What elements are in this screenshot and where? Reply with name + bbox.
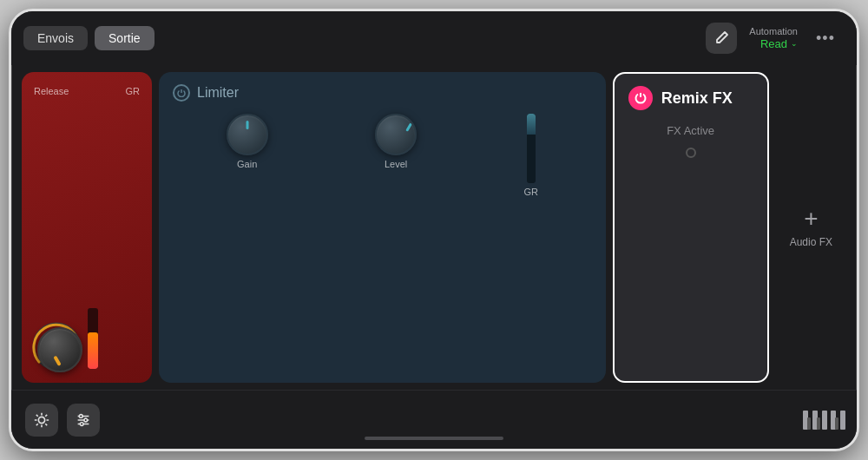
gr-label-limiter: GR: [523, 187, 538, 197]
plugin-limiter: Limiter Gain Level GR: [159, 72, 606, 383]
scroll-indicator: [365, 437, 503, 440]
power-icon: [177, 89, 186, 97]
sliders-icon: [75, 411, 92, 429]
gr-label-red: GR: [126, 86, 141, 96]
remix-header: Remix FX: [628, 86, 753, 110]
svg-line-6: [36, 414, 38, 416]
mixer-settings-button[interactable]: [67, 404, 100, 437]
display-settings-button[interactable]: [25, 404, 58, 437]
piano-icon: [803, 411, 845, 430]
bottom-left-buttons: [25, 404, 100, 437]
plugins-row: Release GR: [11, 65, 857, 390]
gr-meter-limiter-fill: [527, 114, 536, 135]
svg-line-8: [45, 414, 47, 416]
plugin-remix: Remix FX FX Active: [613, 72, 769, 383]
power-icon-remix: [635, 92, 647, 104]
gr-meter-container: GR: [523, 114, 538, 197]
fx-active-dot: [686, 148, 696, 158]
limiter-power-button[interactable]: [173, 84, 190, 102]
device-frame: Envois Sortie Automation Read ⌄ •••: [9, 9, 859, 451]
svg-line-7: [45, 424, 47, 425]
pencil-icon: [713, 30, 729, 46]
automation-read-text: Read: [760, 37, 787, 51]
add-audio-fx-button[interactable]: + Audio FX: [776, 72, 846, 383]
svg-line-9: [36, 424, 38, 425]
fx-active-label: FX Active: [667, 124, 714, 137]
red-labels: Release GR: [34, 86, 140, 96]
tab-sortie[interactable]: Sortie: [95, 26, 155, 50]
tab-envois[interactable]: Envois: [23, 26, 88, 50]
svg-point-1: [38, 417, 44, 423]
svg-point-15: [80, 422, 83, 425]
svg-point-14: [84, 418, 88, 422]
piano-button[interactable]: [805, 404, 843, 436]
limiter-header: Limiter: [173, 84, 592, 102]
release-knob-wrap: [34, 324, 79, 369]
automation-value-btn[interactable]: Read ⌄: [760, 37, 798, 51]
plugin-red: Release GR: [22, 72, 152, 383]
main-content: Release GR: [11, 65, 857, 390]
gr-meter-red: [88, 308, 98, 369]
pencil-button[interactable]: [706, 23, 737, 54]
top-bar: Envois Sortie Automation Read ⌄ •••: [11, 11, 857, 65]
display-icon: [33, 411, 50, 429]
limiter-name: Limiter: [197, 85, 239, 101]
automation-block: Automation Read ⌄: [749, 26, 798, 51]
red-controls: [34, 308, 140, 369]
remix-name: Remix FX: [661, 89, 733, 108]
gr-meter-fill-red: [88, 332, 98, 369]
add-fx-label: Audio FX: [790, 236, 832, 248]
release-knob-container: [34, 324, 79, 369]
release-knob[interactable]: [37, 327, 82, 372]
gain-knob-container: Gain: [227, 114, 268, 169]
plus-icon: +: [804, 207, 818, 231]
svg-point-13: [79, 414, 82, 417]
level-label: Level: [385, 159, 407, 169]
level-knob-container: Level: [375, 114, 417, 169]
top-bar-right: Automation Read ⌄ •••: [706, 23, 841, 54]
gr-meter-limiter: [527, 114, 536, 183]
level-knob[interactable]: [375, 114, 417, 155]
chevron-down-icon: ⌄: [791, 39, 798, 49]
remix-power-button[interactable]: [628, 86, 653, 110]
ellipsis-icon: •••: [816, 30, 835, 48]
gain-label: Gain: [237, 159, 257, 169]
limiter-controls: Gain Level GR: [173, 114, 592, 371]
automation-label: Automation: [749, 26, 798, 37]
bottom-bar: [11, 390, 857, 449]
tab-group: Envois Sortie: [23, 26, 155, 50]
gain-knob[interactable]: [227, 114, 268, 155]
more-button[interactable]: •••: [810, 23, 841, 54]
release-label: Release: [34, 86, 69, 96]
